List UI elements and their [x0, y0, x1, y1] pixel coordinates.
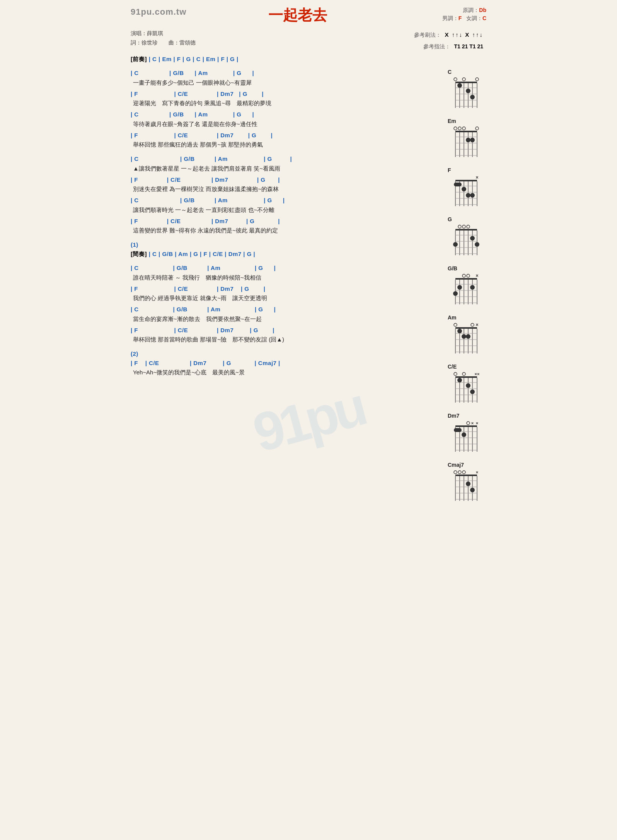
svg-point-99: [462, 334, 466, 339]
svg-point-13: [476, 78, 479, 81]
page-container: 91pu 91pu.com.tw 一起老去 原調：Db 男調：F 女調：C 演唱…: [123, 0, 494, 526]
chord-name-Em: Em: [448, 118, 486, 124]
svg-point-14: [457, 83, 462, 88]
svg-point-98: [457, 329, 462, 333]
svg-point-32: [466, 138, 470, 142]
v1-chord3: | C | G/B | Am | G |: [131, 110, 444, 119]
female-key-val: C: [482, 15, 486, 21]
svg-point-97: [471, 323, 474, 326]
svg-rect-67: [455, 278, 477, 280]
svg-rect-84: [455, 327, 477, 329]
svg-rect-132: [454, 428, 462, 432]
v1-chord1: | C | G/B | Am | G |: [131, 69, 444, 78]
svg-text:×: ×: [476, 175, 478, 180]
verse2-section: | C | G/B | Am | G | 誰在晴天時陪著 ～ 我飛行 猶豫的時候…: [131, 264, 444, 344]
svg-point-116: [466, 383, 470, 388]
original-key-row: 原調：Db: [409, 7, 486, 14]
v2-lyric2: 我們的心 經過爭執更靠近 就像大~雨 讓天空更透明: [131, 294, 444, 303]
svg-rect-46: [454, 183, 462, 186]
svg-point-117: [470, 389, 475, 394]
chord-diagrams: C: [444, 69, 486, 511]
prelude-chords: | C | Em | F | G | C | Em | F | G |: [149, 56, 239, 62]
chord-diagram-Dm7: Dm7 × ×: [448, 413, 486, 455]
coda-prefix: (2): [131, 350, 444, 359]
svg-point-81: [470, 285, 475, 290]
v2-lyric1: 誰在晴天時陪著 ～ 我飛行 猶豫的時候陪~我相信: [131, 273, 444, 282]
composer: 曲：雷頌德: [169, 39, 196, 46]
svg-text:×: ×: [476, 322, 478, 328]
chord-diagram-Em: Em: [448, 118, 486, 160]
strum-label: 參考刷法：: [414, 32, 441, 38]
male-key-label: 男調：: [442, 15, 458, 21]
key-info: 原調：Db 男調：F 女調：C: [409, 7, 486, 23]
gendered-key-row: 男調：F 女調：C: [409, 15, 486, 22]
interlude-line: [間奏] | C | G/B | Am | G | F | C/E | Dm7 …: [131, 250, 444, 259]
chord-name-CE: C/E: [448, 364, 486, 370]
header: 91pu.com.tw 一起老去 原調：Db 男調：F 女調：C: [131, 7, 486, 25]
svg-point-29: [458, 127, 461, 130]
svg-point-33: [470, 138, 475, 142]
svg-point-149: [466, 481, 470, 486]
interlude-prefix: (1): [131, 241, 444, 249]
v1-lyric2: 迎著陽光 寫下青春的詩句 乘風追~尋 最精彩的夢境: [131, 99, 444, 108]
svg-text:×: ×: [476, 273, 478, 278]
song-area: | C | G/B | Am | G | 一畫子能有多少~個知己 一個眼神就心~…: [131, 69, 444, 511]
svg-point-65: [453, 242, 458, 247]
coda-lyric: Yeh~Ah~微笑的我們是~心底 最美的風~景: [131, 368, 444, 377]
chord-diagram-GB: G/B ×: [448, 265, 486, 307]
svg-point-11: [454, 78, 457, 81]
v1-chord2: | F | C/E | Dm7 | G |: [131, 90, 444, 99]
svg-point-147: [458, 471, 461, 474]
v2-chord4: | F | C/E | Dm7 | G |: [131, 326, 444, 335]
svg-point-63: [467, 225, 470, 228]
chord-diagram-Cmaj7: Cmaj7 ×: [448, 462, 486, 504]
prelude-section: [前奏] | C | Em | F | G | C | Em | F | G |: [131, 55, 486, 64]
svg-point-66: [475, 242, 479, 247]
svg-point-28: [454, 127, 457, 130]
svg-point-115: [457, 378, 462, 382]
finger-label: 參考指法：: [423, 43, 450, 50]
svg-point-82: [457, 285, 462, 290]
svg-rect-34: [455, 180, 477, 181]
chord-name-GB: G/B: [448, 265, 486, 271]
svg-point-64: [470, 236, 475, 241]
technique-block: 參考刷法： X ↑↑↓ X ↑↑↓ 參考指法： T1 21 T1 21: [414, 31, 483, 55]
svg-rect-118: [455, 425, 477, 427]
original-key-val: Db: [479, 7, 486, 13]
v1-lyric3: 等待著歲月在眼~角簽了名 還是能在你身~邊任性: [131, 120, 444, 129]
coda-chords: | F | C/E | Dm7 | G | Cmaj7 |: [131, 359, 444, 368]
svg-text:××: ××: [475, 372, 480, 376]
svg-point-31: [476, 127, 479, 130]
coda-section: (2) | F | C/E | Dm7 | G | Cmaj7 | Yeh~Ah…: [131, 350, 444, 377]
svg-text:×: ×: [476, 421, 478, 425]
svg-rect-0: [455, 82, 477, 83]
c1-lyric3: 讓我們順著時光 一～起老去 一直到彩虹盡頭 也~不分離: [131, 205, 444, 215]
svg-point-114: [462, 372, 465, 376]
svg-point-113: [454, 372, 457, 376]
finger-technique: 參考指法： T1 21 T1 21: [414, 43, 483, 50]
prelude-line: [前奏] | C | Em | F | G | C | Em | F | G |: [131, 55, 486, 64]
svg-point-83: [453, 291, 458, 296]
female-key-label: 女調：: [466, 15, 482, 21]
artist: 演唱：薛凱琪: [131, 30, 163, 36]
prelude-label: [前奏]: [131, 56, 147, 62]
svg-point-15: [466, 89, 470, 93]
svg-text:×: ×: [471, 421, 474, 425]
site-logo: 91pu.com.tw: [131, 7, 186, 17]
svg-point-30: [462, 127, 465, 130]
svg-rect-17: [455, 131, 477, 132]
svg-point-12: [462, 78, 465, 81]
v2-lyric3: 當生命的宴席漸~漸的散去 我們要依然聚~在一起: [131, 314, 444, 324]
chord-name-G: G: [448, 216, 486, 222]
svg-point-133: [462, 432, 466, 437]
original-key-label: 原調：: [463, 7, 479, 13]
chord-diagram-G: G: [448, 216, 486, 258]
male-key-val: F: [458, 15, 462, 21]
interlude-label: [間奏]: [131, 251, 147, 257]
v2-chord3: | C | G/B | Am | G |: [131, 305, 444, 314]
song-title: 一起老去: [186, 5, 409, 25]
verse1-section: | C | G/B | Am | G | 一畫子能有多少~個知己 一個眼神就心~…: [131, 69, 444, 149]
svg-point-150: [470, 488, 475, 492]
chord-diagram-C: C: [448, 69, 486, 111]
strum-technique: 參考刷法： X ↑↑↓ X ↑↑↓: [414, 31, 483, 39]
